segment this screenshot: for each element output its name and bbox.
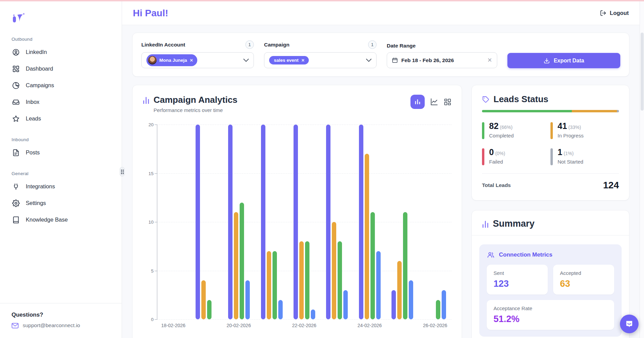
bar-purple-series[interactable]: [294, 125, 298, 319]
bar-orange-series[interactable]: [234, 212, 238, 319]
bar-purple-series[interactable]: [228, 125, 233, 319]
bar-blue-series[interactable]: [278, 300, 283, 319]
x-tick-label: 26-02-2026: [423, 323, 447, 328]
stat-label: Completed: [489, 133, 514, 138]
metric-value: 63: [560, 279, 607, 289]
sidebar-item-settings[interactable]: Settings: [0, 195, 122, 211]
section-label-inbound: Inbound: [0, 137, 122, 144]
bar-group-24-02-2026: [359, 125, 381, 319]
bar-orange-series[interactable]: [365, 154, 369, 319]
bar-green-series[interactable]: [370, 212, 375, 319]
bar-green-series[interactable]: [305, 241, 309, 319]
bar-purple-series[interactable]: [391, 290, 396, 319]
bar-green-series[interactable]: [240, 203, 244, 319]
sidebar-item-posts[interactable]: Posts: [0, 144, 122, 161]
app-logo[interactable]: [0, 9, 122, 26]
remove-campaign-chip-icon[interactable]: ✕: [301, 58, 305, 63]
campaign-count-badge: 1: [368, 40, 377, 49]
bar-green-series[interactable]: [403, 212, 407, 319]
bar-group-20-02-2026: [228, 125, 250, 319]
bar-blue-series[interactable]: [343, 290, 348, 319]
bar-orange-series[interactable]: [267, 251, 271, 319]
metric-label: Sent: [494, 270, 541, 276]
sidebar-item-label: Posts: [26, 149, 40, 156]
bar-purple-series[interactable]: [326, 125, 330, 319]
bar-group-19-02-2026: [196, 125, 217, 319]
acceptance-rate-card: Acceptance Rate 51.2%: [487, 300, 614, 330]
grid-view-button[interactable]: [444, 98, 451, 106]
line-view-button[interactable]: [430, 98, 438, 106]
sidebar-item-label: Integrations: [26, 183, 55, 190]
remove-account-chip-icon[interactable]: ✕: [190, 58, 193, 63]
y-tick-label: 5: [151, 268, 154, 273]
campaign-label: Campaign: [264, 42, 289, 48]
users-icon: [487, 251, 495, 259]
stat-color-bar: [550, 148, 553, 165]
y-tick-mark: [155, 173, 157, 174]
y-tick-mark: [155, 125, 157, 125]
sidebar-item-linkedin[interactable]: LinkedIn: [0, 44, 122, 60]
logout-button[interactable]: Logout: [600, 10, 629, 16]
bar-purple-series[interactable]: [261, 125, 265, 319]
sidebar-item-inbox[interactable]: Inbox: [0, 94, 122, 110]
chat-widget-button[interactable]: [620, 315, 639, 333]
selected-account-chip[interactable]: Mona Juneja ✕: [146, 54, 197, 66]
plug-icon: [12, 183, 20, 190]
y-tick-label: 20: [148, 122, 154, 127]
bar-view-button[interactable]: [410, 95, 425, 109]
gear-icon: [12, 200, 20, 207]
chart-view-toggles: [410, 95, 451, 109]
bar-blue-series[interactable]: [245, 280, 250, 319]
progress-segment-not-started: [617, 110, 619, 112]
chevron-down-icon: [366, 59, 371, 62]
bar-green-series[interactable]: [436, 300, 440, 319]
sidebar-item-label: Leads: [26, 115, 41, 122]
campaign-select[interactable]: sales event ✕: [264, 52, 377, 68]
sidebar-resize-handle[interactable]: [120, 167, 125, 176]
vertical-scrollbar[interactable]: [640, 0, 644, 338]
bar-orange-series[interactable]: [299, 241, 304, 319]
bar-purple-series[interactable]: [359, 125, 363, 319]
progress-segment-in-progress: [572, 110, 617, 112]
progress-segment-completed: [482, 110, 572, 112]
bar-group-23-02-2026: [326, 125, 348, 319]
clear-date-icon[interactable]: ✕: [487, 57, 492, 64]
document-icon: [12, 149, 20, 156]
sidebar-footer: Questions? support@bearconnect.io: [0, 303, 122, 338]
bar-blue-series[interactable]: [311, 309, 315, 319]
bar-orange-series[interactable]: [397, 261, 402, 319]
summary-title: Summary: [493, 219, 535, 229]
sidebar-item-integrations[interactable]: Integrations: [0, 178, 122, 195]
sidebar-item-leads[interactable]: Leads: [0, 110, 122, 127]
support-email[interactable]: support@bearconnect.io: [23, 322, 80, 328]
export-data-button[interactable]: Export Data: [507, 53, 620, 68]
sidebar-item-knowledge-base[interactable]: Knowledge Base: [0, 211, 122, 228]
x-tick-label: 22-02-2026: [292, 323, 317, 328]
bar-blue-series[interactable]: [376, 251, 381, 319]
date-range-input[interactable]: Feb 18 - Feb 26, 2026 ✕: [387, 52, 497, 68]
bar-orange-series[interactable]: [201, 280, 206, 319]
bar-green-series[interactable]: [338, 241, 342, 319]
linkedin-account-select[interactable]: Mona Juneja ✕: [141, 52, 254, 68]
grip-dots-icon: [121, 170, 124, 174]
metric-label: Accepted: [560, 270, 607, 276]
bar-blue-series[interactable]: [409, 280, 413, 319]
selected-campaign-chip[interactable]: sales event ✕: [269, 56, 309, 64]
bar-green-series[interactable]: [207, 300, 212, 319]
acceptance-rate-value: 51.2%: [494, 314, 607, 324]
connection-metrics-block: Connection Metrics Sent123Accepted63 Acc…: [479, 244, 622, 337]
date-range-value: Feb 18 - Feb 26, 2026: [401, 57, 454, 63]
questions-heading: Questions?: [12, 312, 122, 318]
sidebar-item-dashboard[interactable]: Dashboard: [0, 60, 122, 77]
bar-orange-series[interactable]: [332, 222, 336, 319]
sidebar-item-label: LinkedIn: [26, 49, 47, 55]
bar-purple-series[interactable]: [196, 125, 200, 319]
user-circle-icon: [12, 49, 20, 56]
stat-label: In Progress: [558, 133, 584, 138]
sent-metric-card: Sent123: [487, 265, 548, 295]
scrollbar-thumb[interactable]: [641, 33, 644, 111]
bar-blue-series[interactable]: [442, 290, 446, 319]
top-accent-line: [0, 0, 644, 1]
bar-green-series[interactable]: [273, 251, 277, 319]
sidebar-item-campaigns[interactable]: Campaigns: [0, 77, 122, 94]
